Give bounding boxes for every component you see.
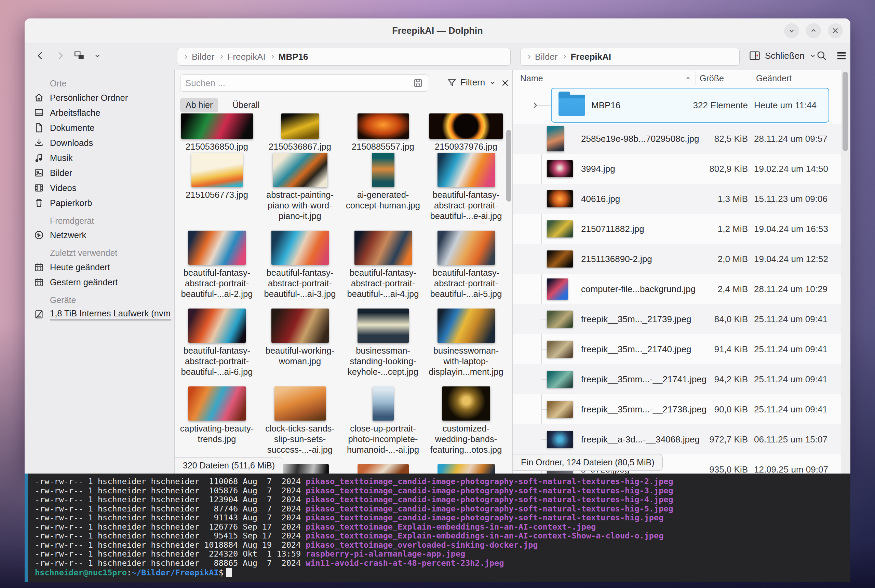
file-list-row[interactable]: freepik__35mm...-__21741.jpeg 94,2 KiB 2… [513,364,841,394]
file-grid-item[interactable]: captivating-beauty-trends.jpg [176,386,258,464]
file-grid-item[interactable]: 2150885557.jpg [341,113,425,153]
file-list-row[interactable]: freepik__a-3d...-__34068.jpeg 972,7 KiB … [513,424,841,454]
breadcrumb-segment[interactable]: FreepikAI [561,52,611,62]
file-list-row[interactable]: freepik__35m..._21739.jpeg 84,0 KiB 25.1… [513,304,841,334]
file-list-row[interactable]: MBP16 322 Elemente Heute um 11:44 [513,87,841,124]
search-scope-tab[interactable]: Ab hier [180,98,218,112]
breadcrumb-segment[interactable]: Bilder [182,52,214,62]
minimize-button[interactable] [784,23,799,38]
tree-stub [542,229,547,229]
breadcrumb-segment[interactable]: FreepikAI [218,52,265,62]
view-mode-chevron-icon[interactable] [92,50,103,62]
sidebar-item[interactable]: Arbeitsfläche [33,105,171,120]
file-modified: 25.11.24 um 09:41 [754,404,827,415]
file-thumbnail [547,310,573,328]
column-header-name[interactable]: Name [520,70,543,87]
film-icon [33,183,44,194]
file-thumbnail [372,386,394,421]
file-grid-item[interactable]: beautiful-working-woman.jpg [258,309,341,386]
file-grid-item[interactable]: beautiful-fantasy-abstract-portrait-beau… [425,231,507,309]
forward-button[interactable] [53,48,67,63]
file-grid-item[interactable]: beautiful-fantasy-abstract-portrait-beau… [341,231,425,309]
sidebar-item[interactable]: 1,8 TiB Internes Laufwerk (nvme0... [33,307,171,322]
close-search-button[interactable] [500,78,510,88]
column-header-modified[interactable]: Geändert [756,70,792,87]
file-thumbnail [547,220,573,237]
details-scrollbar-handle[interactable] [842,72,848,151]
file-grid-item[interactable]: 2151056773.jpg [176,153,258,231]
tree-stub [542,289,547,290]
sidebar-item[interactable]: Persönlicher Ordner [33,90,171,105]
search-toggle-button[interactable] [815,50,828,62]
file-grid-item[interactable]: 2150536850.jpg [176,113,258,153]
file-size: 2,4 MiB [663,284,748,294]
terminal-window[interactable]: -rw-rw-r-- 1 hschneider hschneider 11006… [25,474,850,582]
file-size: 1,2 MiB [663,224,748,234]
file-thumbnail [547,160,573,177]
file-grid-item[interactable]: beautiful-fantasy-abstract-portrait-beau… [176,309,258,386]
sidebar-item[interactable]: Papierkorb [33,195,171,210]
file-grid-item[interactable]: 2150536867.jpg [258,113,341,153]
file-grid-item[interactable]: beautiful-fantasy-abstract-portrait-beau… [425,153,507,231]
file-list-row[interactable]: freepik__35mm...-__21738.jpeg 90,0 KiB 2… [513,394,841,424]
file-grid-item[interactable]: ai-generated-concept-human.jpg [341,153,425,231]
file-list-row[interactable]: 2150711882.jpg 1,2 MiB 19.04.24 um 16:53 [513,214,841,244]
file-label: abstract-painting-piano-with-word-piano-… [260,190,340,221]
file-grid-item[interactable] [341,464,425,474]
file-grid-item[interactable]: customized-wedding-bands-featuring...oto… [425,386,507,464]
file-grid-item[interactable]: abstract-painting-piano-with-word-piano-… [258,153,341,231]
grid-scrollbar-handle[interactable] [506,130,511,202]
sidebar-item[interactable]: Orte [33,76,171,90]
file-list-row[interactable]: 2151136890-2.jpg 2,0 MiB 19.04.24 um 12:… [513,244,841,274]
file-grid-item[interactable] [425,464,507,474]
thumbnail-grid: 2150536850.jpg 2150536867.jpg 2150885557… [176,113,507,474]
sidebar-item[interactable]: Musik [33,150,171,165]
sidebar-item[interactable]: Netzwerk [33,228,171,243]
sidebar-item[interactable]: Fremdgerät [33,214,171,228]
file-grid-item[interactable]: businessman-standing-looking-keyhole-...… [341,309,425,386]
hamburger-menu-button[interactable] [835,50,848,62]
back-button[interactable] [33,48,48,63]
breadcrumb-segment[interactable]: Bilder [525,52,557,62]
sidebar-item[interactable]: Dokumente [33,120,171,135]
details-scrollbar-track [841,70,850,474]
column-header-size[interactable]: Größe [699,70,724,87]
file-list-row[interactable]: computer-file...backgrund.jpg 2,4 MiB 28… [513,274,841,304]
file-list-row[interactable]: 3994.jpg 802,9 KiB 19.02.24 um 14:50 [513,154,841,184]
sidebar-item[interactable]: Bilder [33,165,171,180]
sidebar-item[interactable]: Geräte [33,293,171,307]
titlebar[interactable]: FreepikAI — Dolphin [25,18,850,44]
file-list-row[interactable]: 40616.jpg 1,3 MiB 15.11.23 um 09:06 [513,184,841,214]
search-scope-tabs: Ab hier Überall [180,98,265,112]
close-split-button[interactable]: Schließen [749,50,817,62]
file-grid-item[interactable]: 2150937976.jpg [425,113,507,153]
split-view-icon[interactable] [72,48,87,63]
file-list-row[interactable]: freepik__35m..._21740.jpeg 91,4 KiB 25.1… [513,334,841,364]
filter-button[interactable]: Filtern [447,77,497,88]
file-grid-item[interactable]: close-up-portrait-photo-incomplete-human… [341,386,425,464]
search-input[interactable]: Suchen ... [180,75,428,92]
file-thumbnail [357,464,409,474]
file-label: captivating-beauty-trends.jpg [177,423,257,444]
file-label: beautiful-fantasy-abstract-portrait-beau… [177,345,257,377]
sidebar-item[interactable]: Gestern geändert [33,275,171,290]
file-list-row[interactable]: 2585e19e-98b...7029508c.jpg 82,5 KiB 28.… [513,124,841,154]
close-button[interactable] [828,23,843,38]
file-grid-item[interactable]: businesswoman-with-laptop-displayin...me… [425,309,507,386]
sidebar-item[interactable]: Downloads [33,135,171,150]
sidebar-item[interactable]: Videos [33,180,171,195]
file-thumbnail [547,340,573,358]
search-scope-tab[interactable]: Überall [227,98,265,112]
breadcrumb-segment[interactable]: MBP16 [269,52,308,62]
sidebar-item[interactable]: Heute geändert [33,260,171,275]
terminal-line: -rw-rw-r-- 1 hschneider hschneider 91143… [35,513,850,522]
file-modified: 19.02.24 um 14:50 [754,164,828,174]
maximize-button[interactable] [806,23,821,38]
file-grid-item[interactable]: beautiful-fantasy-abstract-portrait-beau… [258,231,341,309]
save-search-icon[interactable] [413,78,423,88]
file-thumbnail [188,309,246,343]
sidebar-item[interactable]: Zuletzt verwendet [33,246,171,260]
file-grid-item[interactable]: beautiful-fantasy-abstract-portrait-beau… [176,231,258,309]
file-label: businessman-standing-looking-keyhole-...… [343,345,423,377]
file-grid-item[interactable]: clock-ticks-sands-slip-sun-sets-success-… [258,386,341,464]
